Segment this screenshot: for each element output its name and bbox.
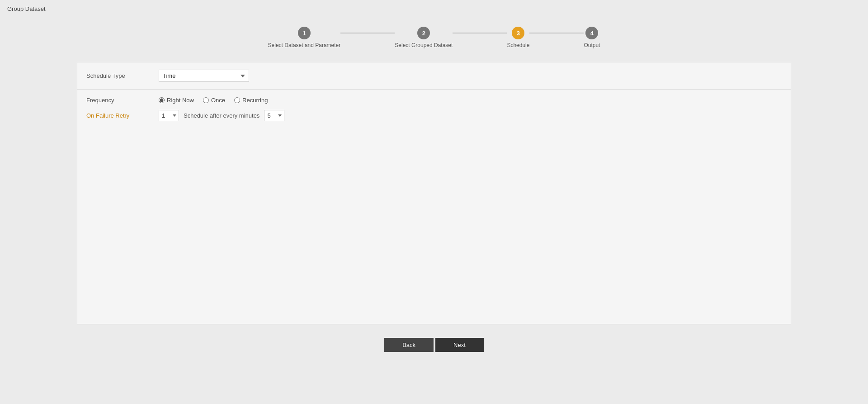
schedule-type-row: Schedule Type Time Event [86, 70, 782, 82]
step-2-circle: 2 [417, 27, 430, 39]
step-4-label: Output [584, 42, 600, 48]
step-4-circle: 4 [585, 27, 598, 39]
radio-once-input[interactable] [203, 97, 209, 103]
step-3-circle: 3 [512, 27, 524, 39]
radio-once[interactable]: Once [203, 97, 225, 104]
radio-recurring-label: Recurring [242, 97, 268, 104]
radio-recurring[interactable]: Recurring [234, 97, 268, 104]
step-4: 4 Output [584, 27, 600, 48]
form-section: Schedule Type Time Event [77, 62, 791, 90]
schedule-type-label: Schedule Type [86, 72, 159, 79]
step-3-label: Schedule [507, 42, 529, 48]
retry-select[interactable]: 1 2 3 4 5 [159, 110, 179, 121]
page-title: Group Dataset [0, 0, 868, 18]
step-2-label: Select Grouped Dataset [395, 42, 453, 48]
retry-row: On Failure Retry 1 2 3 4 5 Schedule afte… [86, 110, 782, 121]
radio-recurring-input[interactable] [234, 97, 240, 103]
retry-label: On Failure Retry [86, 112, 159, 119]
frequency-section: Frequency Right Now Once Recurring On Fa… [77, 90, 791, 128]
step-line-2 [453, 33, 507, 33]
next-button[interactable]: Next [435, 338, 484, 352]
radio-once-label: Once [211, 97, 225, 104]
step-2: 2 Select Grouped Dataset [395, 27, 453, 48]
schedule-minutes-select[interactable]: 5 10 15 30 60 [264, 110, 284, 121]
step-line-1 [340, 33, 395, 33]
step-3: 3 Schedule [507, 27, 529, 48]
step-1: 1 Select Dataset and Parameter [268, 27, 341, 48]
frequency-radio-group: Right Now Once Recurring [159, 97, 268, 104]
frequency-label: Frequency [86, 97, 159, 104]
radio-right-now[interactable]: Right Now [159, 97, 194, 104]
radio-right-now-label: Right Now [167, 97, 194, 104]
main-panel: Schedule Type Time Event Frequency Right… [77, 62, 791, 324]
stepper: 1 Select Dataset and Parameter 2 Select … [0, 18, 868, 62]
back-button[interactable]: Back [384, 338, 434, 352]
frequency-row: Frequency Right Now Once Recurring [86, 97, 782, 104]
schedule-after-label: Schedule after every minutes [184, 112, 259, 119]
step-line-3 [529, 33, 584, 33]
schedule-type-select[interactable]: Time Event [159, 70, 249, 82]
bottom-buttons: Back Next [0, 324, 868, 361]
step-1-circle: 1 [298, 27, 311, 39]
step-1-label: Select Dataset and Parameter [268, 42, 341, 48]
radio-right-now-input[interactable] [159, 97, 165, 103]
